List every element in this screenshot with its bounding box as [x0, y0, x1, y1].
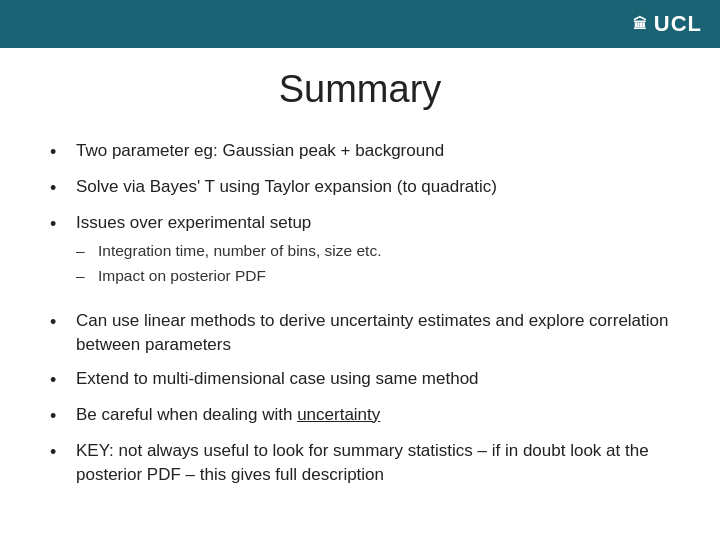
bullet-symbol: •: [50, 368, 72, 393]
sub-list-item: – Impact on posterior PDF: [76, 265, 381, 287]
list-item-text: KEY: not always useful to look for summa…: [76, 439, 670, 487]
underlined-word: uncertainty: [297, 405, 380, 424]
list-item: • Extend to multi-dimensional case using…: [50, 367, 670, 393]
ucl-logo-text: UCL: [654, 11, 702, 37]
sub-list-item: – Integration time, number of bins, size…: [76, 240, 381, 262]
list-item-text: Be careful when dealing with uncertainty: [76, 403, 380, 427]
list-item: • Can use linear methods to derive uncer…: [50, 309, 670, 357]
bullet-symbol: •: [50, 440, 72, 465]
ucl-logo-icon: 🏛: [633, 16, 648, 32]
list-item: • Be careful when dealing with uncertain…: [50, 403, 670, 429]
dash-symbol: –: [76, 265, 94, 287]
bullet-symbol: •: [50, 176, 72, 201]
bullet-list: • Two parameter eg: Gaussian peak + back…: [50, 139, 670, 487]
bullet-symbol: •: [50, 212, 72, 237]
list-item-with-sub: • Issues over experimental setup – Integ…: [50, 211, 670, 299]
list-item-text: Solve via Bayes' T using Taylor expansio…: [76, 175, 497, 199]
bullet-symbol: •: [50, 310, 72, 335]
ucl-logo: 🏛 UCL: [633, 11, 702, 37]
list-item-text: Two parameter eg: Gaussian peak + backgr…: [76, 139, 444, 163]
page-title: Summary: [50, 68, 670, 111]
sub-list-item-text: Integration time, number of bins, size e…: [98, 240, 381, 262]
bullet-symbol: •: [50, 140, 72, 165]
sub-list: – Integration time, number of bins, size…: [76, 240, 381, 291]
list-item-text: Extend to multi-dimensional case using s…: [76, 367, 479, 391]
bullet-symbol: •: [50, 404, 72, 429]
list-item-text: Issues over experimental setup: [76, 211, 311, 235]
header-bar: 🏛 UCL: [0, 0, 720, 48]
list-item: • KEY: not always useful to look for sum…: [50, 439, 670, 487]
dash-symbol: –: [76, 240, 94, 262]
list-item: • Two parameter eg: Gaussian peak + back…: [50, 139, 670, 165]
main-content: Summary • Two parameter eg: Gaussian pea…: [0, 48, 720, 517]
list-item-text: Can use linear methods to derive uncerta…: [76, 309, 670, 357]
list-item: • Solve via Bayes' T using Taylor expans…: [50, 175, 670, 201]
sub-list-item-text: Impact on posterior PDF: [98, 265, 266, 287]
